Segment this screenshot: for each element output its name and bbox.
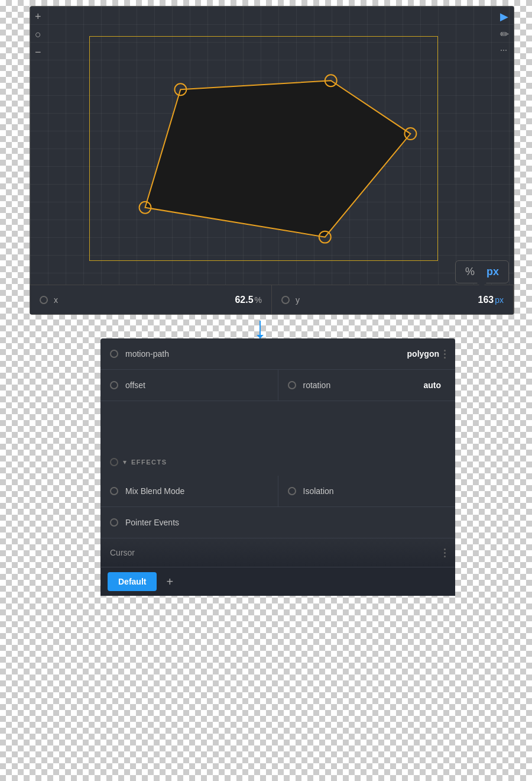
circle-icon[interactable]: ○: [35, 29, 41, 40]
rotation-value: auto: [423, 380, 441, 390]
mix-blend-mode-radio[interactable]: [110, 487, 118, 495]
rotation-label: rotation: [303, 380, 424, 390]
canvas-toolbar-left: + ○ −: [35, 11, 41, 57]
mix-blend-mode-cell: Mix Blend Mode: [100, 476, 278, 506]
grid-icon[interactable]: ⋯: [500, 47, 509, 54]
polygon-shape: [30, 7, 514, 285]
y-coord-radio[interactable]: [281, 296, 290, 304]
bottom-bar: Default +: [100, 567, 455, 596]
pencil-icon[interactable]: ✏: [500, 29, 509, 40]
isolation-radio[interactable]: [288, 487, 296, 495]
cursor-row: Cursor: [100, 538, 455, 567]
motion-path-label: motion-path: [125, 349, 407, 359]
unit-popup: % px: [455, 260, 509, 283]
cursor-icon[interactable]: ▶: [500, 11, 509, 22]
effects-radio[interactable]: [110, 458, 118, 466]
svg-marker-0: [145, 80, 411, 237]
cursor-menu[interactable]: [444, 548, 446, 557]
pointer-events-radio[interactable]: [110, 518, 118, 527]
canvas-connector: [259, 321, 261, 338]
x-unit: %: [255, 295, 262, 305]
motion-path-menu[interactable]: [444, 350, 446, 359]
x-value: 62.5: [235, 295, 253, 305]
pointer-events-row: Pointer Events: [100, 507, 455, 538]
cursor-label: Cursor: [110, 548, 444, 557]
x-coord-field: x 62.5 %: [30, 285, 272, 314]
y-unit: px: [495, 295, 504, 305]
x-label: x: [54, 295, 58, 305]
percent-unit-option[interactable]: %: [465, 266, 475, 278]
pointer-events-cell: Pointer Events: [100, 507, 455, 538]
canvas-panel: + ○ − ▶ ✏ ⋯ % px x 62.5 %: [30, 6, 514, 315]
offset-cell: offset: [100, 370, 278, 401]
pointer-events-label: Pointer Events: [125, 518, 446, 527]
properties-panel: motion-path polygon offset rotation auto: [100, 338, 455, 567]
minus-icon[interactable]: −: [35, 47, 41, 57]
motion-path-value: polygon: [407, 349, 439, 359]
rotation-cell: rotation auto: [278, 370, 456, 401]
y-coord-field: y 163 px: [272, 285, 514, 314]
y-label: y: [296, 295, 300, 305]
motion-path-radio[interactable]: [110, 350, 118, 358]
blend-isolation-row: Mix Blend Mode Isolation: [100, 476, 455, 507]
canvas-area: + ○ − ▶ ✏ ⋯: [30, 7, 514, 285]
offset-rotation-row: offset rotation auto: [100, 370, 455, 401]
effects-chevron[interactable]: ▾: [123, 458, 126, 466]
effects-section-header: ▾ EFFECTS: [100, 448, 455, 476]
canvas-coords: x 62.5 % y 163 px: [30, 285, 514, 314]
motion-path-cell: motion-path polygon: [100, 338, 455, 369]
x-coord-radio[interactable]: [40, 296, 48, 304]
isolation-label: Isolation: [303, 486, 446, 496]
isolation-cell: Isolation: [278, 476, 456, 506]
px-unit-option[interactable]: px: [486, 266, 499, 278]
offset-radio[interactable]: [110, 381, 118, 389]
y-value: 163: [478, 295, 494, 305]
offset-label: offset: [125, 380, 268, 390]
mix-blend-mode-label: Mix Blend Mode: [125, 486, 268, 496]
motion-path-row: motion-path polygon: [100, 338, 455, 370]
default-button[interactable]: Default: [108, 572, 157, 591]
canvas-toolbar-right: ▶ ✏ ⋯: [500, 11, 509, 54]
add-button[interactable]: +: [161, 573, 178, 591]
add-icon[interactable]: +: [35, 11, 41, 22]
effects-title: EFFECTS: [131, 459, 167, 466]
spacer: [100, 401, 455, 448]
rotation-radio[interactable]: [288, 381, 296, 389]
